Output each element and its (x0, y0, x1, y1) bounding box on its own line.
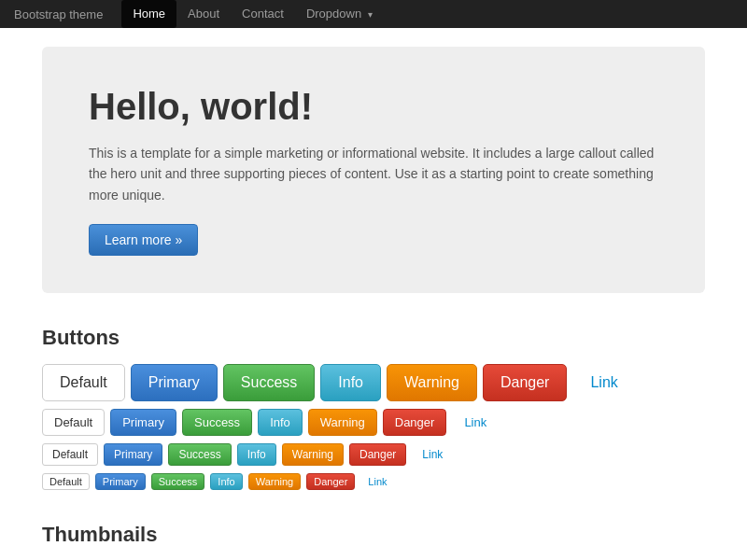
btn-info-lg[interactable]: Info (320, 364, 381, 401)
nav-link-dropdown[interactable]: Dropdown ▾ (295, 0, 384, 29)
buttons-section: Buttons Default Primary Success Info War… (42, 321, 705, 490)
thumbnails-section: Thumbnails 200x200 (42, 518, 705, 560)
thumbnails-section-title: Thumbnails (42, 518, 705, 547)
nav-link-contact[interactable]: Contact (231, 0, 295, 28)
nav-item-dropdown[interactable]: Dropdown ▾ (295, 0, 384, 29)
button-row-xsmall: Default Primary Success Info Warning Dan… (42, 473, 705, 490)
main-content: Hello, world! This is a template for a s… (28, 28, 719, 560)
btn-primary-md[interactable]: Primary (110, 409, 176, 436)
nav-link-about[interactable]: About (176, 0, 231, 28)
btn-link-md[interactable]: Link (452, 409, 499, 436)
btn-danger-lg[interactable]: Danger (483, 364, 567, 401)
btn-primary-sm[interactable]: Primary (104, 443, 162, 466)
btn-default-lg[interactable]: Default (42, 364, 125, 401)
btn-success-sm[interactable]: Success (168, 443, 231, 466)
btn-link-lg[interactable]: Link (572, 364, 635, 401)
hero-unit: Hello, world! This is a template for a s… (42, 47, 705, 293)
btn-warning-sm[interactable]: Warning (282, 443, 344, 466)
btn-primary-xs[interactable]: Primary (95, 473, 146, 490)
button-row-medium: Default Primary Success Info Warning Dan… (42, 409, 705, 436)
btn-danger-sm[interactable]: Danger (349, 443, 406, 466)
btn-default-sm[interactable]: Default (42, 443, 98, 466)
buttons-section-title: Buttons (42, 321, 705, 350)
learn-more-button[interactable]: Learn more » (89, 224, 198, 256)
btn-link-xs[interactable]: Link (360, 473, 394, 490)
btn-warning-md[interactable]: Warning (308, 409, 377, 436)
btn-link-sm[interactable]: Link (412, 443, 453, 466)
btn-danger-md[interactable]: Danger (383, 409, 447, 436)
btn-success-lg[interactable]: Success (223, 364, 315, 401)
navbar-brand[interactable]: Bootstrap theme (14, 7, 103, 21)
btn-warning-xs[interactable]: Warning (248, 473, 302, 490)
btn-success-xs[interactable]: Success (151, 473, 205, 490)
btn-info-md[interactable]: Info (258, 409, 303, 436)
nav-link-home[interactable]: Home (121, 0, 176, 28)
btn-info-xs[interactable]: Info (210, 473, 242, 490)
nav-item-about[interactable]: About (176, 0, 231, 28)
btn-info-sm[interactable]: Info (237, 443, 276, 466)
chevron-down-icon: ▾ (368, 9, 373, 20)
nav-item-home[interactable]: Home (121, 0, 176, 28)
navbar: Bootstrap theme Home About Contact Dropd… (0, 0, 747, 28)
btn-default-md[interactable]: Default (42, 409, 105, 436)
btn-warning-lg[interactable]: Warning (387, 364, 477, 401)
hero-title: Hello, world! (89, 84, 658, 129)
button-row-small: Default Primary Success Info Warning Dan… (42, 443, 705, 466)
btn-danger-xs[interactable]: Danger (306, 473, 355, 490)
btn-default-xs[interactable]: Default (42, 473, 90, 490)
btn-success-md[interactable]: Success (182, 409, 252, 436)
nav-item-contact[interactable]: Contact (231, 0, 295, 28)
navbar-nav: Home About Contact Dropdown ▾ (121, 0, 383, 29)
button-row-large: Default Primary Success Info Warning Dan… (42, 364, 705, 401)
hero-description: This is a template for a simple marketin… (89, 143, 658, 205)
btn-primary-lg[interactable]: Primary (131, 364, 218, 401)
